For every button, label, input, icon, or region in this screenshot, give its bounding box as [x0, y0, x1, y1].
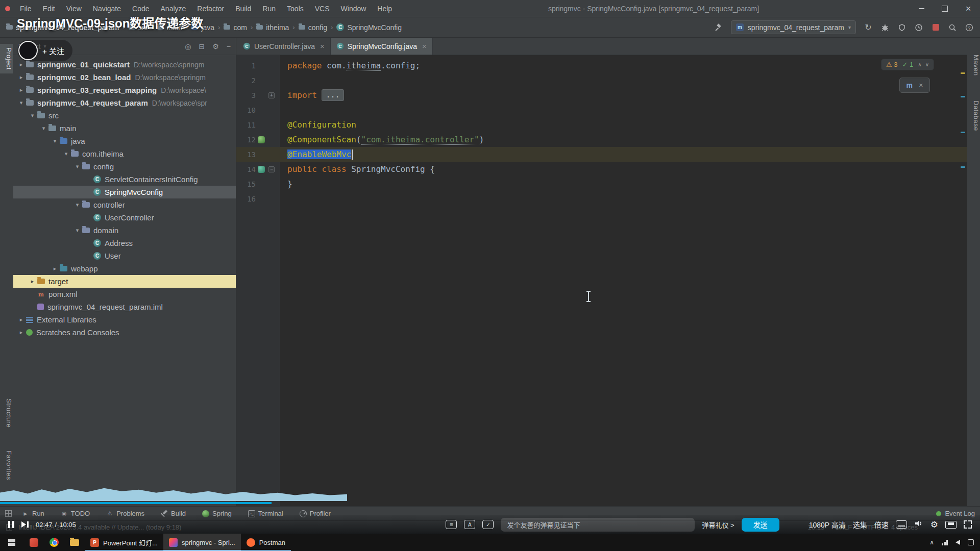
- close-icon[interactable]: ×: [919, 81, 923, 89]
- chevron-icon[interactable]: ▸: [16, 74, 26, 81]
- danmaku-list-icon[interactable]: [446, 520, 457, 529]
- pinned-app-button[interactable]: [23, 534, 44, 551]
- bean-gutter-icon[interactable]: [256, 136, 267, 143]
- chevron-icon[interactable]: ▸: [16, 87, 26, 93]
- next-episode-icon[interactable]: [21, 521, 29, 528]
- uploader-avatar[interactable]: [18, 41, 38, 60]
- code-line[interactable]: 15}: [236, 177, 967, 191]
- code-line[interactable]: 16: [236, 191, 967, 206]
- stripe-mark-warning[interactable]: [961, 72, 965, 74]
- tree-row[interactable]: ▾config: [13, 160, 236, 173]
- stop-button[interactable]: [931, 23, 940, 32]
- chevron-icon[interactable]: ▸: [50, 265, 60, 272]
- maven-bubble[interactable]: m ×: [899, 78, 930, 93]
- breadcrumb-item[interactable]: config: [299, 23, 327, 32]
- toolwindow-tab-favorites[interactable]: Favorites: [0, 447, 13, 484]
- tree-row[interactable]: springmvc_04_request_param.iml: [13, 300, 236, 313]
- toolwindow-tab-maven[interactable]: Maven: [967, 51, 980, 80]
- profiler-clock-icon[interactable]: [914, 23, 923, 32]
- danmaku-style-icon[interactable]: [464, 520, 475, 529]
- debug-bug-icon[interactable]: [880, 23, 890, 32]
- hide-panel-icon[interactable]: −: [227, 42, 231, 51]
- run-configuration-select[interactable]: springmvc_04_request_param ▾: [731, 20, 856, 34]
- code-line[interactable]: 1package com.itheima.config;: [236, 58, 967, 73]
- code-line[interactable]: 12@ComponentScan("com.itheima.controller…: [236, 132, 967, 147]
- tree-row[interactable]: ▸webapp: [13, 262, 236, 275]
- tree-row[interactable]: ▾com.itheima: [13, 147, 236, 160]
- breadcrumb-item[interactable]: itheima: [256, 23, 289, 32]
- taskbar-app-idea[interactable]: springmvc - Spri...: [163, 534, 241, 551]
- chevron-icon[interactable]: ▾: [61, 151, 71, 157]
- maximize-button[interactable]: [933, 0, 957, 17]
- chevron-icon[interactable]: ▾: [39, 125, 48, 132]
- tree-row[interactable]: ▸springmvc_03_request_mappingD:\workspac…: [13, 84, 236, 96]
- chevron-icon[interactable]: ▸: [16, 316, 26, 323]
- tree-row[interactable]: ▸Scratches and Consoles: [13, 326, 236, 339]
- stripe-mark[interactable]: [961, 166, 965, 168]
- video-progress-bar[interactable]: [0, 502, 272, 504]
- toolwindow-tab-database[interactable]: Database: [967, 97, 980, 135]
- chevron-icon[interactable]: ▾: [72, 202, 82, 208]
- code-line[interactable]: 10: [236, 103, 967, 117]
- editor-tab[interactable]: SpringMvcConfig.java×: [331, 38, 433, 55]
- toolwindow-tab-project[interactable]: Project: [0, 44, 13, 73]
- search-everywhere-icon[interactable]: [948, 23, 957, 32]
- rerun-icon[interactable]: ↻: [864, 23, 873, 32]
- menu-item-run[interactable]: Run: [257, 0, 281, 17]
- tree-row[interactable]: ▾controller: [13, 198, 236, 211]
- tree-row[interactable]: SpringMvcConfig: [13, 186, 236, 198]
- tree-row[interactable]: ▸target: [13, 275, 236, 288]
- code-line[interactable]: 13@EnableWebMvc: [236, 147, 967, 162]
- collapse-all-icon[interactable]: ⊟: [199, 42, 205, 51]
- menu-item-help[interactable]: Help: [372, 0, 398, 17]
- tree-row[interactable]: ▸External Libraries: [13, 313, 236, 326]
- code-line[interactable]: 2: [236, 73, 967, 88]
- inspections-widget[interactable]: ⚠ 3 ✓ 1 ∧ ∨: [881, 59, 934, 70]
- code-line[interactable]: 11@Configuration: [236, 117, 967, 132]
- tree-row[interactable]: UserController: [13, 211, 236, 224]
- danmaku-input[interactable]: 发个友善的弹幕见证当下: [501, 518, 695, 532]
- prev-issue-icon[interactable]: ∧: [918, 62, 921, 67]
- editor-tab[interactable]: UserController.java×: [237, 38, 331, 55]
- close-tab-icon[interactable]: ×: [422, 42, 427, 51]
- breadcrumb-item[interactable]: SpringMvcConfig: [336, 23, 402, 32]
- follow-button[interactable]: + 关注: [17, 40, 72, 61]
- tree-row[interactable]: ServletContainersInitConfig: [13, 173, 236, 186]
- network-icon[interactable]: [942, 540, 948, 545]
- help-icon[interactable]: ?: [965, 23, 974, 32]
- tray-expand-icon[interactable]: ∧: [929, 539, 934, 546]
- chevron-icon[interactable]: ▾: [72, 227, 82, 234]
- menu-item-build[interactable]: Build: [230, 0, 257, 17]
- taskbar-app-powerpoint[interactable]: PowerPoint 幻灯...: [85, 534, 163, 551]
- danmaku-settings-icon[interactable]: [482, 520, 494, 529]
- tree-row[interactable]: Address: [13, 237, 236, 249]
- fullscreen-icon[interactable]: [964, 520, 972, 529]
- breadcrumb-item[interactable]: com: [224, 23, 247, 32]
- tree-row[interactable]: pom.xml: [13, 288, 236, 300]
- danmaku-etiquette-link[interactable]: 弹幕礼仪 >: [702, 520, 734, 530]
- pause-icon[interactable]: [8, 521, 14, 528]
- chevron-icon[interactable]: ▾: [16, 99, 26, 106]
- tree-row[interactable]: ▾springmvc_04_request_paramD:\workspace\…: [13, 96, 236, 109]
- speed-button[interactable]: 倍速: [874, 519, 889, 530]
- subtitle-icon[interactable]: [896, 520, 907, 529]
- volume-icon[interactable]: [914, 519, 923, 530]
- tree-row[interactable]: ▾domain: [13, 224, 236, 237]
- menu-item-vcs[interactable]: VCS: [309, 0, 335, 17]
- chevron-icon[interactable]: ▸: [16, 61, 26, 68]
- settings-gear-icon[interactable]: ⚙: [212, 42, 219, 51]
- next-issue-icon[interactable]: ∨: [925, 62, 929, 67]
- fold-marker[interactable]: +: [267, 92, 276, 98]
- send-button[interactable]: 发送: [742, 518, 779, 532]
- toolwindow-tab-structure[interactable]: Structure: [0, 395, 13, 431]
- tree-row[interactable]: ▸springmvc_02_bean_loadD:\workspace\spri…: [13, 71, 236, 84]
- build-hammer-icon[interactable]: [714, 23, 723, 32]
- code-line[interactable]: 3+import ...: [236, 88, 967, 103]
- close-tab-icon[interactable]: ×: [320, 42, 325, 51]
- volume-tray-icon[interactable]: [955, 540, 960, 545]
- tree-row[interactable]: ▾main: [13, 122, 236, 135]
- chevron-icon[interactable]: ▾: [28, 112, 37, 119]
- taskbar-app-postman[interactable]: Postman: [241, 534, 291, 551]
- tree-row[interactable]: ▾java: [13, 135, 236, 147]
- close-button[interactable]: [957, 0, 980, 17]
